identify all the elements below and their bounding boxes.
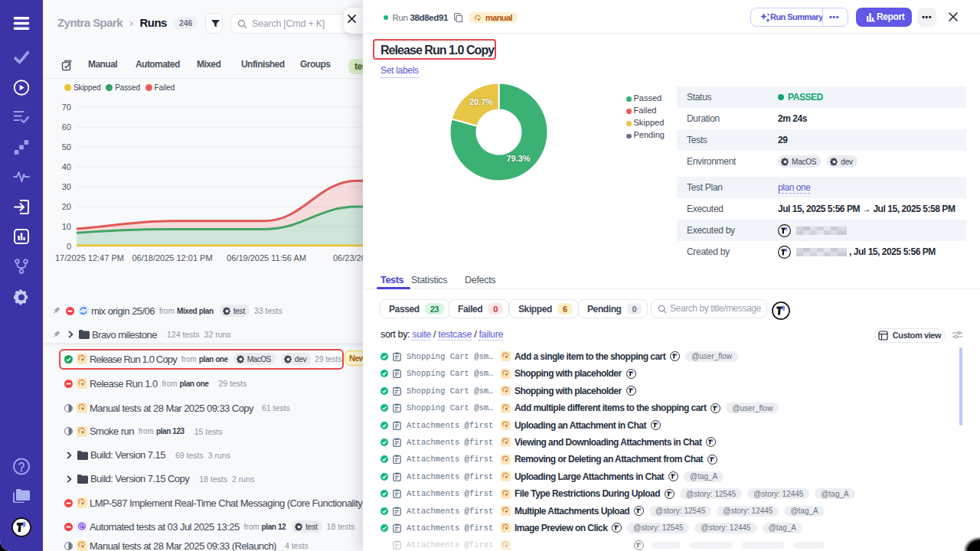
svg-text:10: 10 <box>62 222 71 231</box>
svg-text:17/2025 12:47 PM: 17/2025 12:47 PM <box>55 253 124 262</box>
svg-text:60: 60 <box>62 122 71 132</box>
svg-text:40: 40 <box>62 162 71 171</box>
svg-text:70: 70 <box>62 103 71 112</box>
svg-text:30: 30 <box>62 182 71 191</box>
svg-text:0: 0 <box>67 242 71 251</box>
svg-text:20: 20 <box>62 202 71 211</box>
svg-text:06/18/2025 12:01 PM: 06/18/2025 12:01 PM <box>132 253 212 262</box>
svg-text:06/23/202: 06/23/202 <box>333 253 364 262</box>
svg-text:79.3%: 79.3% <box>506 154 530 163</box>
svg-text:20.7%: 20.7% <box>469 97 493 106</box>
svg-text:06/19/2025 11:56 AM: 06/19/2025 11:56 AM <box>227 253 306 262</box>
svg-text:50: 50 <box>62 142 71 152</box>
